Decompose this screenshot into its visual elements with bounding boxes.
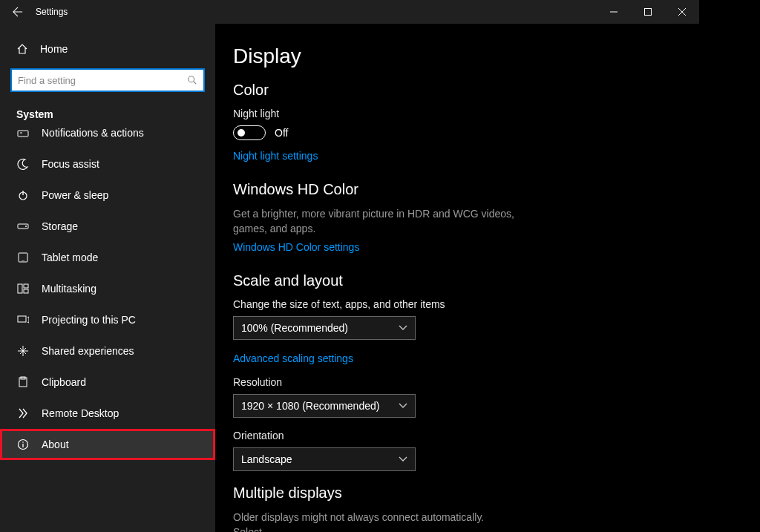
color-heading: Color (233, 82, 681, 99)
svg-point-15 (22, 441, 24, 443)
sidebar-items: Notifications & actions Focus assist Pow… (0, 128, 215, 532)
scale-heading: Scale and layout (233, 272, 681, 289)
resolution-label: Resolution (233, 376, 681, 388)
window-controls (597, 0, 699, 24)
toggle-knob (238, 129, 245, 137)
night-light-label: Night light (233, 108, 681, 119)
orientation-label: Orientation (233, 430, 681, 441)
arrow-left-icon (13, 7, 23, 17)
sidebar-item-label: Tablet mode (42, 252, 98, 263)
settings-window: Settings Home System No (0, 0, 699, 532)
night-light-toggle[interactable] (233, 125, 266, 140)
chevron-down-icon (399, 403, 407, 409)
svg-point-5 (25, 226, 27, 227)
maximize-icon (644, 8, 652, 16)
back-button[interactable] (12, 6, 24, 18)
minimize-button[interactable] (597, 0, 631, 24)
svg-rect-11 (18, 316, 26, 322)
scale-value: 100% (Recommended) (241, 322, 348, 334)
svg-rect-9 (24, 284, 28, 288)
sidebar-item-label: Power & sleep (42, 189, 108, 201)
sidebar-item-multitasking[interactable]: Multitasking (0, 273, 215, 304)
search-input[interactable] (10, 68, 205, 92)
scale-dropdown[interactable]: 100% (Recommended) (233, 316, 416, 340)
svg-rect-8 (18, 284, 22, 293)
sidebar-item-power-sleep[interactable]: Power & sleep (0, 180, 215, 211)
sidebar-item-label: Clipboard (42, 376, 86, 388)
power-icon (16, 188, 30, 202)
sidebar-item-label: About (42, 439, 69, 450)
orientation-dropdown[interactable]: Landscape (233, 447, 416, 471)
clipboard-icon (16, 375, 30, 389)
chevron-down-icon (399, 456, 407, 462)
svg-rect-7 (22, 260, 24, 261)
night-light-settings-link[interactable]: Night light settings (233, 150, 318, 162)
notifications-icon (16, 128, 30, 139)
storage-icon (16, 220, 30, 233)
orientation-value: Landscape (241, 453, 292, 465)
titlebar: Settings (0, 0, 699, 24)
svg-rect-2 (18, 131, 28, 137)
page-title: Display (233, 45, 681, 68)
sidebar-item-clipboard[interactable]: Clipboard (0, 367, 215, 398)
sidebar-item-about[interactable]: About (0, 429, 215, 460)
close-icon (678, 8, 686, 16)
sidebar-home[interactable]: Home (0, 33, 215, 65)
sidebar-item-projecting[interactable]: Projecting to this PC (0, 304, 215, 335)
multiple-displays-description: Older displays might not always connect … (233, 510, 515, 532)
svg-rect-0 (645, 9, 652, 16)
sidebar-item-label: Focus assist (42, 158, 99, 170)
hd-color-description: Get a brighter, more vibrant picture in … (233, 207, 515, 236)
sidebar-item-label: Shared experiences (42, 345, 134, 357)
svg-rect-10 (24, 289, 28, 293)
sidebar: Home System Notifications & actions Focu… (0, 24, 215, 532)
chevron-down-icon (399, 325, 407, 331)
shared-icon (16, 344, 30, 358)
sidebar-item-label: Multitasking (42, 283, 96, 295)
resolution-value: 1920 × 1080 (Recommended) (241, 400, 379, 412)
night-light-state: Off (275, 127, 288, 139)
sidebar-item-remote-desktop[interactable]: Remote Desktop (0, 398, 215, 429)
multitasking-icon (16, 282, 30, 295)
sidebar-item-storage[interactable]: Storage (0, 211, 215, 242)
sidebar-home-label: Home (40, 43, 68, 55)
resolution-dropdown[interactable]: 1920 × 1080 (Recommended) (233, 394, 416, 418)
scale-label: Change the size of text, apps, and other… (233, 298, 681, 310)
advanced-scaling-link[interactable]: Advanced scaling settings (233, 352, 353, 364)
remote-desktop-icon (16, 407, 30, 420)
sidebar-item-label: Remote Desktop (42, 407, 119, 419)
hd-color-heading: Windows HD Color (233, 181, 681, 198)
hd-color-settings-link[interactable]: Windows HD Color settings (233, 241, 359, 253)
minimize-icon (610, 8, 618, 16)
sidebar-item-label: Notifications & actions (42, 128, 144, 139)
about-icon (16, 438, 30, 451)
moon-icon (16, 157, 30, 171)
home-icon (16, 43, 28, 55)
window-title: Settings (36, 7, 68, 17)
multiple-displays-heading: Multiple displays (233, 485, 681, 502)
project-icon (16, 313, 30, 326)
content-area: Display Color Night light Off Night ligh… (215, 24, 699, 532)
sidebar-item-focus-assist[interactable]: Focus assist (0, 148, 215, 180)
close-button[interactable] (665, 0, 699, 24)
sidebar-item-notifications[interactable]: Notifications & actions (0, 128, 215, 148)
tablet-icon (16, 251, 30, 264)
sidebar-category: System (0, 98, 215, 128)
search-icon (187, 75, 197, 85)
svg-point-1 (189, 76, 194, 82)
sidebar-item-label: Projecting to this PC (42, 314, 136, 326)
maximize-button[interactable] (631, 0, 665, 24)
sidebar-item-label: Storage (42, 220, 78, 232)
search-field[interactable] (18, 75, 187, 86)
sidebar-item-tablet-mode[interactable]: Tablet mode (0, 242, 215, 273)
sidebar-item-shared-experiences[interactable]: Shared experiences (0, 335, 215, 367)
